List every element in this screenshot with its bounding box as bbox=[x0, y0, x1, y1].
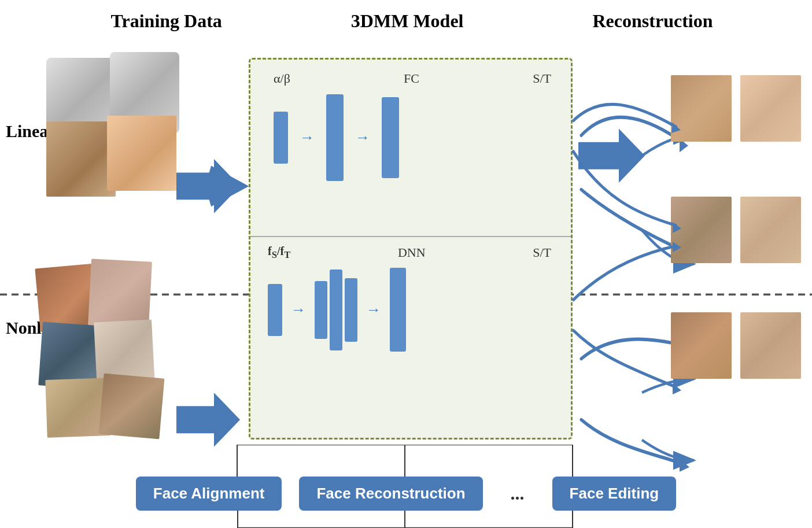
svg-marker-7 bbox=[680, 459, 689, 472]
nonlinear-arrow-2: → bbox=[366, 301, 381, 319]
model-internal-divider bbox=[250, 236, 571, 237]
connector-svg bbox=[116, 445, 694, 479]
st-label-linear: S/T bbox=[533, 71, 551, 86]
curved-arrows-svg bbox=[567, 46, 682, 451]
recon-nonlinear-male bbox=[671, 312, 732, 379]
nonlinear-bar-st bbox=[390, 268, 406, 352]
dnn-bar-1 bbox=[315, 281, 327, 339]
reconstruction-title: Reconstruction bbox=[593, 10, 713, 32]
model-box: α/β FC S/T → → fS/fT DNN S/T bbox=[249, 58, 573, 440]
nonlinear-arrow-1: → bbox=[291, 301, 306, 319]
real-face-linear-male bbox=[46, 121, 116, 197]
linear-bar-st bbox=[382, 97, 399, 178]
dots-separator: ... bbox=[511, 483, 525, 504]
bottom-buttons-row: Face Alignment Face Reconstruction ... F… bbox=[0, 477, 812, 511]
st-label-nonlinear: S/T bbox=[533, 245, 551, 260]
face-editing-button[interactable]: Face Editing bbox=[552, 477, 677, 511]
dnn-label: DNN bbox=[398, 245, 426, 260]
svg-marker-15 bbox=[673, 383, 681, 394]
recon-linear-male-2 bbox=[671, 197, 732, 263]
nl-face-6 bbox=[99, 374, 165, 440]
recon-linear-male-1 bbox=[671, 75, 732, 142]
linear-bar-fc bbox=[326, 94, 344, 181]
header-row: Training Data 3DMM Model Reconstruction bbox=[0, 0, 812, 38]
dnn-bar-3 bbox=[345, 278, 357, 342]
linear-bar-input bbox=[274, 112, 288, 164]
linear-arrow-1: → bbox=[300, 129, 315, 146]
face-alignment-button[interactable]: Face Alignment bbox=[136, 477, 282, 511]
nonlinear-bar-input bbox=[268, 284, 282, 336]
real-face-linear-female bbox=[107, 116, 176, 191]
svg-marker-2 bbox=[205, 166, 249, 206]
model-title: 3DMM Model bbox=[351, 10, 464, 32]
fc-label: FC bbox=[404, 71, 419, 86]
nl-face-2 bbox=[88, 259, 152, 328]
training-data-title: Training Data bbox=[111, 10, 222, 32]
alpha-beta-label: α/β bbox=[274, 71, 290, 86]
svg-marker-1 bbox=[211, 166, 249, 206]
linear-arrow-2: → bbox=[355, 129, 370, 146]
recon-linear-female-2 bbox=[740, 197, 801, 263]
recon-linear-female-1 bbox=[740, 75, 801, 142]
main-container: Training Data 3DMM Model Reconstruction … bbox=[0, 0, 812, 528]
dnn-bar-2 bbox=[330, 269, 342, 350]
recon-nonlinear-female bbox=[740, 312, 801, 379]
face-reconstruction-button[interactable]: Face Reconstruction bbox=[299, 477, 482, 511]
fs-ft-label: fS/fT bbox=[268, 245, 290, 261]
dnn-bars bbox=[315, 269, 357, 350]
